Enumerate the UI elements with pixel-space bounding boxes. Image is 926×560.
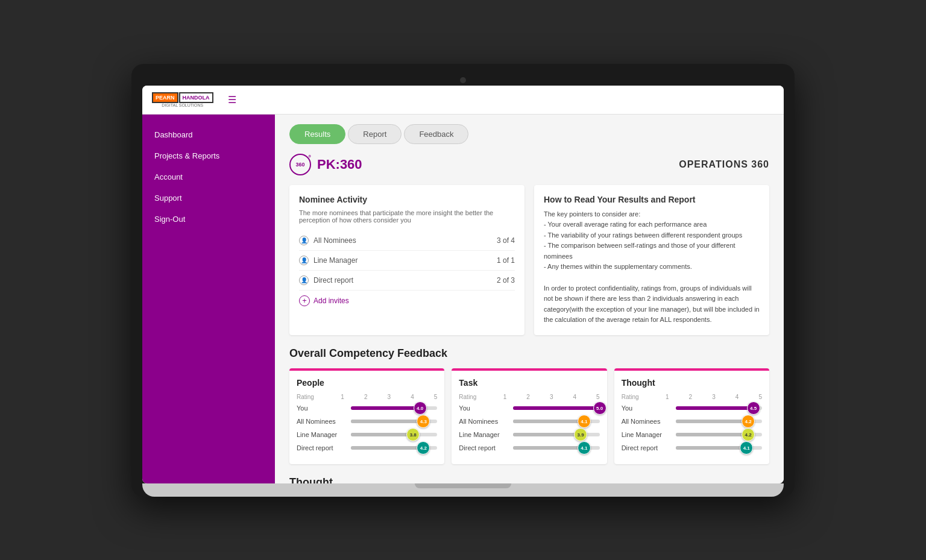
rating-row: Direct report 4.1	[459, 444, 599, 452]
comp-card-task: Task Rating 12345 You 5.0 All Nominees 4…	[452, 368, 606, 464]
nominee-activity-card: Nominee Activity The more nominees that …	[289, 185, 524, 336]
tab-feedback[interactable]: Feedback	[404, 124, 468, 144]
logo-sub: DIGITAL SOLUTIONS	[152, 103, 213, 107]
bar-fill	[513, 420, 584, 423]
bar-fill	[513, 446, 584, 450]
bar-dot: 4.2	[742, 428, 755, 441]
comp-card-body: Thought Rating 12345 You 4.5 All Nominee…	[614, 371, 769, 464]
bar-dot: 5.0	[593, 401, 606, 415]
rating-row: All Nominees 4.2	[622, 417, 762, 426]
add-invites-label: Add invites	[313, 297, 349, 305]
hamburger-icon[interactable]: ☰	[228, 94, 236, 105]
bar-fill	[351, 446, 423, 450]
nominee-count-line: 1 of 1	[497, 256, 515, 265]
add-invites[interactable]: + Add invites	[299, 291, 515, 306]
content-area: Results Report Feedback 360 PK:360 OPERA…	[275, 115, 784, 483]
sidebar-item-projects[interactable]: Projects & Reports	[142, 145, 275, 166]
rating-row: You 4.5	[622, 404, 762, 412]
bar-container: 4.5	[676, 404, 762, 412]
row-label: Direct report	[459, 444, 513, 451]
bar-container: 4.2	[676, 417, 762, 426]
row-label: Direct report	[297, 444, 351, 451]
top-bar: PEARN HANDOLA DIGITAL SOLUTIONS ☰	[142, 86, 784, 115]
rating-row: Direct report 4.2	[297, 444, 437, 452]
bar-dot: 4.5	[747, 401, 760, 415]
nominee-row-direct: 👤 Direct report 2 of 3	[299, 271, 515, 291]
nominee-label-direct: Direct report	[313, 276, 353, 285]
tab-results[interactable]: Results	[289, 124, 345, 144]
overall-section-title: Overall Competency Feedback	[289, 347, 769, 360]
row-label: All Nominees	[622, 418, 676, 425]
tab-report[interactable]: Report	[348, 124, 402, 144]
row-label: Direct report	[622, 444, 676, 451]
bar-container: 3.9	[513, 430, 599, 439]
sidebar-item-support[interactable]: Support	[142, 187, 275, 209]
comp-card-title: People	[297, 378, 437, 388]
bar-fill	[676, 420, 748, 423]
nominee-label-all: All Nominees	[313, 236, 356, 245]
rating-row: Line Manager 3.9	[459, 430, 599, 439]
bar-dot: 4.3	[417, 415, 430, 428]
bar-fill	[676, 446, 747, 450]
rating-header: Rating 12345	[297, 394, 437, 400]
comp-card-body: People Rating 12345 You 4.0 All Nominees…	[289, 371, 444, 464]
sidebar-item-account[interactable]: Account	[142, 166, 275, 187]
rating-header: Rating 12345	[459, 394, 599, 400]
bar-fill	[351, 433, 413, 436]
row-label: Line Manager	[622, 431, 676, 438]
bar-dot: 4.2	[417, 441, 430, 455]
bar-container: 5.0	[513, 404, 599, 412]
bar-dot: 4.0	[414, 401, 427, 415]
bar-container: 4.3	[351, 417, 437, 426]
page-header: 360 PK:360 OPERATIONS 360	[289, 154, 769, 175]
rating-row: Direct report 4.1	[622, 444, 762, 452]
badge-360: 360	[289, 154, 311, 175]
rating-row: Line Manager 4.2	[622, 430, 762, 439]
rating-header: Rating 12345	[622, 394, 762, 400]
sidebar-item-signout[interactable]: Sign-Out	[142, 209, 275, 230]
sidebar: Dashboard Projects & Reports Account Sup…	[142, 115, 275, 483]
rating-row: You 5.0	[459, 404, 599, 412]
page-title: PK:360	[317, 157, 362, 172]
bar-container: 4.0	[351, 404, 437, 412]
comp-card-body: Task Rating 12345 You 5.0 All Nominees 4…	[452, 371, 606, 464]
pk360-title: 360 PK:360	[289, 154, 362, 175]
operations-label: OPERATIONS 360	[679, 159, 769, 170]
bar-container: 4.2	[351, 444, 437, 452]
sidebar-item-dashboard[interactable]: Dashboard	[142, 124, 275, 145]
bar-dot: 4.1	[578, 415, 591, 428]
bar-container: 4.1	[676, 444, 762, 452]
bar-container: 4.1	[513, 417, 599, 426]
tabs: Results Report Feedback	[289, 124, 769, 144]
row-label: You	[459, 404, 513, 412]
bar-track	[351, 433, 437, 436]
bar-fill	[351, 420, 423, 423]
comp-card-people: People Rating 12345 You 4.0 All Nominees…	[289, 368, 444, 464]
bar-container: 4.1	[513, 444, 599, 452]
plus-circle-icon: +	[299, 295, 310, 306]
nominee-activity-title: Nominee Activity	[299, 195, 515, 204]
logo: PEARN HANDOLA DIGITAL SOLUTIONS	[152, 92, 213, 107]
rating-row: All Nominees 4.1	[459, 417, 599, 426]
competency-cards: People Rating 12345 You 4.0 All Nominees…	[289, 368, 769, 464]
bar-fill	[351, 406, 420, 410]
how-to-text: The key pointers to consider are: - Your…	[544, 209, 760, 326]
row-label: Line Manager	[297, 431, 351, 438]
bar-dot: 3.8	[406, 428, 420, 441]
nominee-label-line: Line Manager	[313, 256, 357, 265]
rating-row: Line Manager 3.8	[297, 430, 437, 439]
row-label: Line Manager	[459, 431, 513, 438]
rating-row: You 4.0	[297, 404, 437, 412]
person-icon-direct: 👤	[299, 275, 309, 285]
bar-track	[513, 406, 599, 410]
two-col-section: Nominee Activity The more nominees that …	[289, 185, 769, 336]
comp-card-thought: Thought Rating 12345 You 4.5 All Nominee…	[614, 368, 769, 464]
row-label: You	[622, 404, 676, 412]
row-label: You	[297, 404, 351, 412]
bottom-section-title: Thought	[289, 476, 769, 483]
bar-container: 3.8	[351, 430, 437, 439]
nominee-count-all: 3 of 4	[497, 236, 515, 245]
logo-pearn: PEARN	[152, 92, 178, 103]
bar-dot: 4.2	[742, 415, 755, 428]
bar-fill	[676, 433, 748, 436]
